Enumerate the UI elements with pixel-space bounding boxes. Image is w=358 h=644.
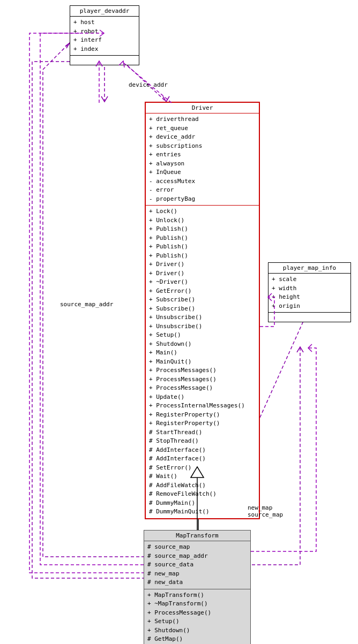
driver-title: Driver xyxy=(146,103,259,113)
new-map-source-map-label: new_mapsource_map xyxy=(248,504,283,518)
map-transform-box: MapTransform # source_map # source_map_a… xyxy=(144,530,251,644)
player-devaddr-attributes: + host + robot + interf + index xyxy=(70,17,139,55)
source-map-addr-label: source_map_addr xyxy=(60,301,113,308)
player-devaddr-title: player_devaddr xyxy=(70,6,139,17)
driver-box: Driver + driverthread + ret_queue + devi… xyxy=(145,102,260,519)
map-transform-attributes: # source_map # source_map_addr # source_… xyxy=(144,541,250,589)
device-addr-label: device_addr xyxy=(129,81,168,88)
driver-methods: + Lock() + Unlock() + Publish() + Publis… xyxy=(146,205,259,518)
player-map-info-title: player_map_info xyxy=(268,263,350,274)
map-transform-methods: + MapTransform() + ~MapTransform() + Pro… xyxy=(144,589,250,645)
player-map-info-attributes: + scale + width + height + origin xyxy=(268,274,350,312)
svg-line-2 xyxy=(260,310,308,418)
player-map-info-box: player_map_info + scale + width + height… xyxy=(268,262,351,322)
player-devaddr-box: player_devaddr + host + robot + interf +… xyxy=(70,5,139,65)
player-map-info-empty xyxy=(268,312,350,322)
diagram-container: player_devaddr + host + robot + interf +… xyxy=(0,0,358,644)
map-transform-title: MapTransform xyxy=(144,531,250,541)
player-devaddr-empty xyxy=(70,55,139,65)
driver-attributes: + driverthread + ret_queue + device_addr… xyxy=(146,113,259,205)
